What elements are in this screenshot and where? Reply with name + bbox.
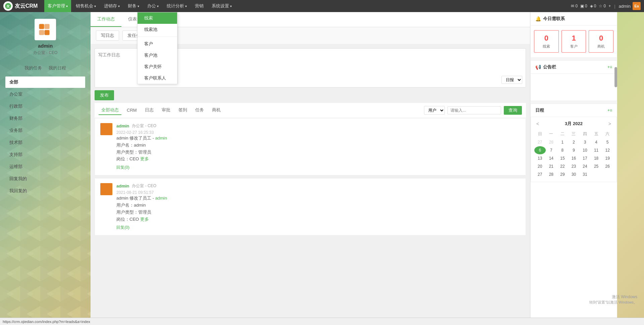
calendar-day[interactable]: 9 xyxy=(568,146,580,154)
user-menu[interactable]: admin Ea xyxy=(619,2,641,10)
more-link[interactable]: 更多 xyxy=(140,156,149,161)
calendar-day[interactable]: 28 xyxy=(546,170,557,178)
sidebar-nav-finance[interactable]: 财务部 xyxy=(5,113,85,124)
calendar-day[interactable]: 15 xyxy=(557,154,568,162)
calendar-day[interactable]: 16 xyxy=(568,154,580,162)
activity-user[interactable]: admin xyxy=(116,123,129,128)
calendar-day[interactable]: 31 xyxy=(579,170,591,178)
calendar-day[interactable]: 14 xyxy=(546,154,557,162)
calendar-day[interactable]: 30 xyxy=(568,170,580,178)
calendar-day[interactable]: 21 xyxy=(546,162,557,170)
calendar-day[interactable]: 12 xyxy=(602,146,613,154)
calendar-day[interactable]: 8 xyxy=(557,146,568,154)
dropdown-item-customer-contact[interactable]: 客户联系人 xyxy=(138,72,177,84)
filter-tab-checkin[interactable]: 签到 xyxy=(176,106,190,115)
sidebar-nav-admin[interactable]: 行政部 xyxy=(5,101,85,112)
calendar-day[interactable]: 26 xyxy=(602,162,613,170)
sidebar-nav-replied-to-me[interactable]: 回复我的 xyxy=(5,173,85,184)
filter-tab-log[interactable]: 日志 xyxy=(142,106,156,115)
calendar-day[interactable]: 4 xyxy=(591,138,602,146)
calendar-day[interactable]: 2 xyxy=(568,138,580,146)
calendar-day[interactable]: 20 xyxy=(534,162,546,170)
nav-item-office[interactable]: 办公 ▾ xyxy=(144,0,162,12)
reply-button[interactable]: 回复(0) xyxy=(116,225,520,230)
nav-item-marketing[interactable]: 营销 xyxy=(192,0,207,12)
search-input[interactable] xyxy=(447,106,501,114)
my-schedule-link[interactable]: 我的日程 xyxy=(49,65,66,71)
activity-link[interactable]: admin xyxy=(155,136,167,141)
notice-add-button[interactable]: +≡ xyxy=(607,65,612,69)
report-type-select[interactable]: 日报 周报 月报 xyxy=(501,76,522,84)
star-icon-item[interactable]: ☆ 0 xyxy=(599,4,606,8)
app-logo[interactable]: 友 友云CRM xyxy=(3,1,38,11)
svg-rect-9 xyxy=(106,130,109,133)
tab-workdynamic[interactable]: 工作动态 xyxy=(91,12,121,27)
sidebar-nav-business[interactable]: 业务部 xyxy=(5,125,85,136)
publish-button[interactable]: 发布 xyxy=(95,90,114,100)
sidebar-nav-support[interactable]: 支持部 xyxy=(5,149,85,160)
calendar-day[interactable] xyxy=(602,170,613,178)
calendar-day[interactable]: 6 xyxy=(534,146,546,154)
nav-item-stats[interactable]: 统计分析 ▾ xyxy=(163,0,190,12)
calendar-day[interactable]: 18 xyxy=(591,154,602,162)
dropdown-item-leads[interactable]: 线索 xyxy=(138,12,177,24)
calendar-prev-button[interactable]: < xyxy=(534,120,541,127)
settings-icon-item[interactable]: ◈ 0 xyxy=(590,4,596,8)
reply-button[interactable]: 回复(0) xyxy=(116,165,520,170)
calendar-day[interactable]: 28 xyxy=(546,138,557,146)
nav-item-finance[interactable]: 财务 ▾ xyxy=(124,0,143,12)
sidebar-nav-office[interactable]: 办公室 xyxy=(5,89,85,100)
calendar-day[interactable]: 27 xyxy=(534,138,546,146)
calendar-day[interactable]: 3 xyxy=(579,138,591,146)
calendar-day[interactable]: 7 xyxy=(546,146,557,154)
filter-tab-approval[interactable]: 审批 xyxy=(159,106,173,115)
nav-item-sales[interactable]: 销售机会 ▾ xyxy=(72,0,99,12)
calendar-day[interactable]: 19 xyxy=(602,154,613,162)
my-tasks-link[interactable]: 我的任务 xyxy=(24,65,42,71)
sidebar-nav-my-replies[interactable]: 我回复的 xyxy=(5,185,85,197)
dropdown-item-customer-pool[interactable]: 客户池 xyxy=(138,50,177,61)
filter-tab-task[interactable]: 任务 xyxy=(193,106,207,115)
calendar-day[interactable]: 13 xyxy=(534,154,546,162)
plus-button[interactable]: + xyxy=(608,4,611,8)
calendar-day[interactable]: 1 xyxy=(557,138,568,146)
dropdown-item-customer-care[interactable]: 客户关怀 xyxy=(138,61,177,72)
dropdown-item-leads-pool[interactable]: 线索池 xyxy=(138,24,177,35)
plus-icon: + xyxy=(608,4,611,8)
scrollbar[interactable] xyxy=(614,67,617,87)
filter-tab-crm[interactable]: CRM xyxy=(124,106,140,115)
filter-tab-all[interactable]: 全部动态 xyxy=(99,106,121,115)
more-link[interactable]: 更多 xyxy=(140,217,149,222)
chat-icon-item[interactable]: ▣ 0 xyxy=(580,4,587,8)
calendar-day[interactable]: 24 xyxy=(579,162,591,170)
nav-item-customer[interactable]: 客户管理 ▾ xyxy=(44,0,71,12)
write-log-button[interactable]: 写日志 xyxy=(96,31,119,41)
schedule-add-button[interactable]: +≡ xyxy=(607,108,612,113)
dropdown-item-customer[interactable]: 客户 xyxy=(138,38,177,50)
activity-link[interactable]: admin xyxy=(155,196,167,201)
calendar-day[interactable]: 5 xyxy=(602,138,613,146)
calendar-day[interactable]: 23 xyxy=(568,162,580,170)
user-filter-select[interactable]: 用户 xyxy=(424,106,445,115)
calendar-next-button[interactable]: > xyxy=(606,120,613,127)
calendar-day[interactable]: 29 xyxy=(557,170,568,178)
svg-rect-4 xyxy=(39,30,44,35)
cal-header-sat: 六 xyxy=(602,130,613,138)
calendar-day[interactable]: 25 xyxy=(591,162,602,170)
calendar-day[interactable] xyxy=(591,170,602,178)
sidebar-nav-all[interactable]: 全部 xyxy=(5,76,85,88)
query-button[interactable]: 查询 xyxy=(504,106,522,115)
calendar-day[interactable]: 17 xyxy=(579,154,591,162)
filter-tab-opportunity[interactable]: 商机 xyxy=(209,106,223,115)
activity-user[interactable]: admin xyxy=(116,183,129,188)
calendar-day[interactable]: 10 xyxy=(579,146,591,154)
calendar-day[interactable]: 27 xyxy=(534,170,546,178)
nav-item-settings[interactable]: 系统设置 ▾ xyxy=(208,0,235,12)
sidebar-nav-ops[interactable]: 运维部 xyxy=(5,161,85,172)
calendar-day[interactable]: 11 xyxy=(591,146,602,154)
sidebar-nav-tech[interactable]: 技术部 xyxy=(5,137,85,148)
nav-right-area: ✉ 0 ▣ 0 ◈ 0 ☆ 0 + | admin Ea xyxy=(571,2,641,10)
calendar-day[interactable]: 22 xyxy=(557,162,568,170)
mail-icon-item[interactable]: ✉ 0 xyxy=(571,4,578,8)
nav-item-inventory[interactable]: 进销存 ▾ xyxy=(101,0,123,12)
